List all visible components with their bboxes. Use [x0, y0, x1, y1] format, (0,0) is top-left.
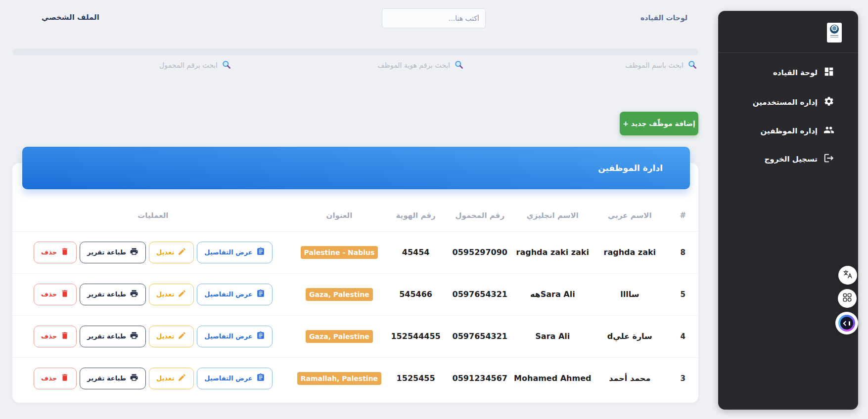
- button-label: حذف: [41, 291, 57, 298]
- printer-icon: [130, 247, 138, 257]
- table-row: 3 محمد أحمد Mohamed Ahmed 0591234567 152…: [12, 357, 698, 399]
- apps-icon: [842, 292, 853, 305]
- employee-mobile: 0597654321: [447, 273, 513, 315]
- topbar-search-input[interactable]: [382, 8, 486, 28]
- profile-link[interactable]: الملف الشخصي: [42, 13, 99, 22]
- employees-card: # الاسم عربي الاسم انجليزي رقم المحمول ر…: [12, 163, 698, 403]
- view-details-button[interactable]: عرض التفاصيل: [197, 242, 272, 263]
- edit-button[interactable]: تعديل: [149, 326, 194, 347]
- sidebar-divider: [718, 52, 858, 53]
- employee-name-en: Mohamed Ahmed: [513, 357, 593, 399]
- edit-button[interactable]: تعديل: [149, 242, 194, 263]
- apps-button[interactable]: [838, 289, 857, 308]
- button-label: عرض التفاصيل: [204, 375, 252, 382]
- employee-name-ar: محمد أحمد: [592, 357, 668, 399]
- address-badge: Ramallah, Palestine: [297, 372, 381, 385]
- button-label: تعديل: [156, 291, 174, 298]
- button-label: عرض التفاصيل: [204, 333, 252, 340]
- trash-icon: [60, 373, 69, 383]
- sidebar-item-dashboard[interactable]: لوحة القياده: [718, 62, 858, 84]
- button-label: طباعة تقرير: [87, 249, 126, 256]
- table-row: 5 ساااا Sara Aliهه 0597654321 545466 Gaz…: [12, 273, 698, 315]
- clipboard-icon: [256, 289, 265, 299]
- col-operations: العمليات: [12, 200, 294, 231]
- printer-icon: [130, 331, 138, 341]
- dashboard-icon: [823, 66, 834, 79]
- employee-national-id: 152544455: [385, 315, 447, 357]
- button-label: طباعة تقرير: [87, 375, 126, 382]
- employee-national-id: 45454: [385, 231, 447, 273]
- sidebar-item-label: تسجيل الخروج: [765, 155, 818, 164]
- col-index: #: [668, 200, 698, 231]
- col-name-en: الاسم انجليزي: [513, 200, 593, 231]
- assistant-button[interactable]: [835, 312, 858, 335]
- printer-icon: [130, 289, 138, 299]
- pencil-icon: [178, 373, 186, 383]
- edit-button[interactable]: تعديل: [149, 284, 194, 305]
- table-row: 8 raghda zaki raghda zaki zaki 059529709…: [12, 231, 698, 273]
- employee-id: 5: [668, 273, 698, 315]
- app-logo[interactable]: [827, 23, 842, 42]
- employee-id: 8: [668, 231, 698, 273]
- add-employee-button[interactable]: إضافة موظّف جديد +: [620, 112, 698, 135]
- employee-mobile: 0597654321: [447, 315, 513, 357]
- filter-label: ابحث برقم هوية الموظف: [377, 61, 450, 69]
- employee-name-en: Sara Ali: [513, 315, 593, 357]
- view-details-button[interactable]: عرض التفاصيل: [197, 368, 272, 389]
- panel-title: ادارة الموظفين: [598, 163, 663, 173]
- employee-name-en: Sara Aliهه: [513, 273, 593, 315]
- sidebar-item-label: إداره المستخدمين: [753, 98, 818, 107]
- delete-button[interactable]: حذف: [34, 368, 77, 389]
- employee-mobile: 0595297090: [447, 231, 513, 273]
- assistant-icon: [838, 315, 855, 332]
- sidebar-item-users-management[interactable]: إداره المستخدمين: [718, 91, 858, 113]
- delete-button[interactable]: حذف: [34, 242, 77, 263]
- button-label: عرض التفاصيل: [204, 249, 252, 256]
- search-icon: [687, 60, 697, 71]
- delete-button[interactable]: حذف: [34, 326, 77, 347]
- col-address: العنوان: [294, 200, 385, 231]
- dashboards-link[interactable]: لوحات القياده: [640, 14, 687, 22]
- print-report-button[interactable]: طباعة تقرير: [80, 242, 146, 263]
- trash-icon: [60, 289, 69, 299]
- button-label: حذف: [41, 249, 57, 256]
- col-mobile: رقم المحمول: [447, 200, 513, 231]
- button-label: تعديل: [156, 333, 174, 340]
- gear-icon: [823, 96, 834, 109]
- print-report-button[interactable]: طباعة تقرير: [80, 326, 146, 347]
- employee-name-ar: سارة عليd: [592, 315, 668, 357]
- search-by-mobile-filter[interactable]: ابحث برقم المحمول: [159, 59, 231, 71]
- clipboard-icon: [256, 373, 265, 383]
- view-details-button[interactable]: عرض التفاصيل: [197, 326, 272, 347]
- search-by-name-filter[interactable]: ابحث باسم الموظف: [625, 59, 697, 71]
- view-details-button[interactable]: عرض التفاصيل: [197, 284, 272, 305]
- logout-icon: [823, 153, 834, 166]
- pencil-icon: [178, 247, 186, 257]
- button-label: طباعة تقرير: [87, 291, 126, 298]
- address-badge: Gaza, Palestine: [306, 288, 373, 301]
- button-label: حذف: [41, 375, 57, 382]
- address-badge: Gaza, Palestine: [306, 330, 373, 343]
- clipboard-icon: [256, 247, 265, 257]
- trash-icon: [60, 247, 69, 257]
- edit-button[interactable]: تعديل: [149, 368, 194, 389]
- col-name-ar: الاسم عربي: [592, 200, 668, 231]
- button-label: طباعة تقرير: [87, 333, 126, 340]
- sidebar-item-logout[interactable]: تسجيل الخروج: [718, 148, 858, 170]
- sidebar: لوحة القياده إداره المستخدمين إداره المو…: [718, 11, 858, 410]
- print-report-button[interactable]: طباعة تقرير: [80, 284, 146, 305]
- translate-icon: [842, 269, 853, 282]
- col-national-id: رقم الهوية: [385, 200, 447, 231]
- table-header-row: # الاسم عربي الاسم انجليزي رقم المحمول ر…: [12, 200, 698, 231]
- button-label: تعديل: [156, 249, 174, 256]
- address-badge: Palestine - Nablus: [301, 246, 378, 259]
- translate-button[interactable]: [838, 266, 857, 285]
- print-report-button[interactable]: طباعة تقرير: [80, 368, 146, 389]
- employee-name-ar: ساااا: [592, 273, 668, 315]
- delete-button[interactable]: حذف: [34, 284, 77, 305]
- button-label: تعديل: [156, 375, 174, 382]
- sidebar-item-label: إداره الموظفين: [761, 126, 818, 135]
- sidebar-item-employees-management[interactable]: إداره الموظفين: [718, 120, 858, 142]
- search-by-national-id-filter[interactable]: ابحث برقم هوية الموظف: [377, 59, 464, 71]
- printer-icon: [130, 373, 138, 383]
